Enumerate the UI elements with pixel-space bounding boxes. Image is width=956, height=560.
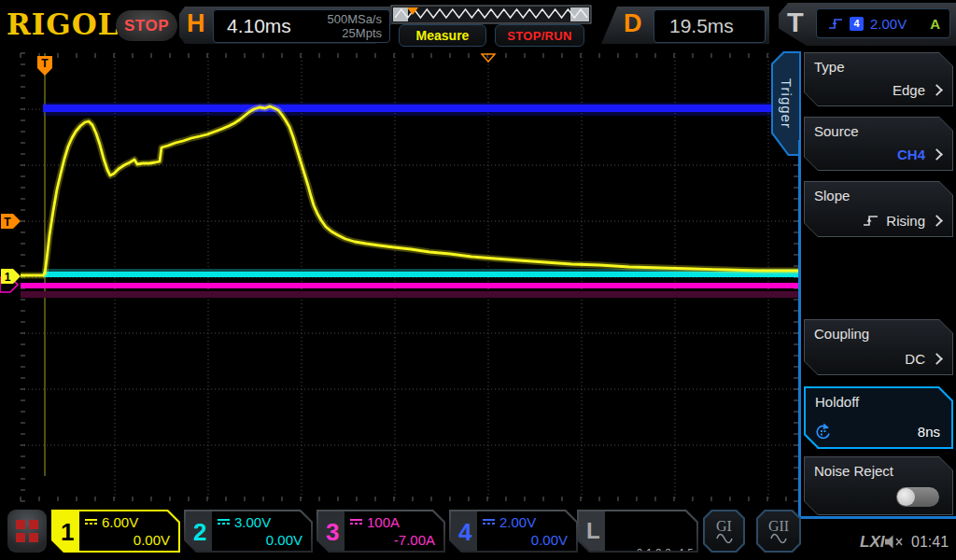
channel2-values: 3.00V 0.00V bbox=[212, 511, 311, 551]
delay-box[interactable]: 19.5ms bbox=[654, 9, 766, 43]
acquisition-info: 500MSa/s 25Mpts bbox=[327, 12, 382, 40]
digital-channels-box[interactable]: L 0 1 2 3 4 5 6 7 8 9 1011 12131415 bbox=[577, 510, 698, 553]
menu-item-coupling-inner: Coupling DC bbox=[805, 320, 952, 374]
dc-coupling-icon bbox=[350, 519, 362, 525]
trace-markers[interactable]: TT1 bbox=[0, 54, 495, 292]
chevron-right-icon bbox=[931, 353, 943, 365]
holdoff-label: Holdoff bbox=[815, 394, 859, 410]
stop-run-button[interactable]: STOP/RUN bbox=[495, 24, 584, 47]
system-clock: 01:41 bbox=[911, 534, 949, 551]
channel1-offset: 0.00V bbox=[134, 532, 170, 548]
generator1-inner: GI bbox=[705, 511, 743, 551]
trigger-level-value: 2.00V bbox=[870, 16, 907, 32]
trigger-mode: A bbox=[930, 16, 940, 32]
lxi-logo: LXI bbox=[860, 533, 884, 552]
generator2-inner: GII bbox=[758, 511, 799, 551]
holdoff-value: 8ns bbox=[918, 424, 940, 440]
trigger-menu-tab-inner: Trigger bbox=[773, 53, 799, 154]
channel3-scale: 100A bbox=[367, 514, 400, 530]
digital-label: L bbox=[586, 518, 600, 544]
source-value: CH4 bbox=[897, 147, 925, 162]
brand-logo: RIGOL bbox=[7, 7, 120, 41]
menu-item-noise-reject[interactable]: Noise Reject bbox=[804, 456, 953, 515]
menu-item-source[interactable]: Source CH4 bbox=[804, 117, 953, 171]
toggle-knob bbox=[897, 488, 915, 506]
timebase-value: 4.10ms bbox=[227, 15, 291, 37]
sidebar-border-horizontal bbox=[798, 516, 956, 519]
dc-coupling-icon bbox=[483, 519, 495, 525]
trace-ch4 bbox=[43, 105, 798, 112]
svg-text:T: T bbox=[4, 216, 11, 229]
digital-values: 0 1 2 3 4 5 6 7 8 9 1011 12131415 bbox=[605, 511, 696, 551]
chevron-right-icon bbox=[931, 84, 943, 96]
menu-item-slope[interactable]: Slope Rising bbox=[804, 181, 953, 237]
knob-cycle-icon bbox=[813, 423, 832, 441]
channel2-box[interactable]: 2 3.00V 0.00V bbox=[184, 510, 313, 553]
channel2-number: 2 bbox=[193, 518, 206, 547]
svg-text:T: T bbox=[41, 57, 49, 70]
channel3-number: 3 bbox=[326, 518, 339, 547]
channel4-scale: 2.00V bbox=[499, 514, 536, 530]
source-label: Source bbox=[814, 123, 859, 139]
trigger-status-box[interactable]: 4 2.00V A bbox=[816, 8, 950, 38]
menu-item-noise-reject-inner: Noise Reject bbox=[805, 457, 952, 514]
trigger-status-label: T bbox=[787, 7, 804, 38]
chevron-right-icon bbox=[931, 148, 943, 161]
coupling-label: Coupling bbox=[814, 326, 869, 342]
channel2-scale: 3.00V bbox=[234, 514, 271, 530]
sample-rate: 500MSa/s bbox=[327, 12, 382, 26]
slope-value: Rising bbox=[886, 213, 925, 229]
horizontal-position-bar[interactable] bbox=[391, 6, 591, 23]
traces bbox=[21, 103, 798, 298]
speaker-muted-icon bbox=[885, 535, 906, 549]
trace-ch3 bbox=[21, 283, 798, 288]
slope-label: Slope bbox=[814, 188, 850, 203]
ch3-noise bbox=[21, 291, 798, 298]
noise-reject-toggle[interactable] bbox=[896, 487, 939, 507]
menu-item-holdoff[interactable]: Holdoff 8ns bbox=[804, 386, 953, 449]
trace-ch1 bbox=[21, 106, 798, 275]
svg-text:1: 1 bbox=[5, 271, 11, 284]
generator2-button[interactable]: GII bbox=[756, 510, 801, 553]
channel3-values: 100A -7.00A bbox=[344, 511, 443, 551]
type-value: Edge bbox=[893, 82, 925, 98]
sine-wave-icon bbox=[770, 533, 787, 543]
sidebar-border-vertical bbox=[798, 140, 801, 519]
menu-item-holdoff-inner: Holdoff 8ns bbox=[806, 388, 951, 447]
channel1-values: 6.00V 0.00V bbox=[79, 511, 178, 551]
main-menu-button[interactable] bbox=[7, 510, 47, 553]
channel1-box[interactable]: 1 6.00V 0.00V bbox=[51, 510, 180, 553]
trigger-source-badge: 4 bbox=[850, 17, 864, 31]
generator1-button[interactable]: GI bbox=[703, 510, 745, 553]
channel4-offset: 0.00V bbox=[531, 532, 568, 548]
chevron-right-icon bbox=[931, 215, 943, 227]
horizontal-label: H bbox=[187, 9, 205, 38]
menu-grid-icon bbox=[16, 520, 38, 542]
menu-item-type[interactable]: Type Edge bbox=[804, 52, 953, 106]
type-label: Type bbox=[814, 59, 845, 75]
noise-reject-label: Noise Reject bbox=[814, 463, 893, 479]
channel3-box[interactable]: 3 100A -7.00A bbox=[316, 510, 445, 553]
rising-edge-icon bbox=[828, 18, 843, 30]
sine-wave-icon bbox=[716, 533, 733, 543]
channel4-values: 2.00V 0.00V bbox=[477, 511, 576, 551]
channel4-number: 4 bbox=[458, 518, 471, 547]
timebase-box[interactable]: 4.10ms 500MSa/s 25Mpts bbox=[213, 9, 390, 43]
delay-label: D bbox=[624, 9, 642, 38]
run-status-badge: STOP bbox=[116, 10, 177, 41]
generator1-label: GI bbox=[716, 519, 732, 533]
oscilloscope-screen: { "header": { "brand": "RIGOL", "run_sta… bbox=[0, 0, 956, 560]
channel1-scale: 6.00V bbox=[102, 514, 138, 530]
channel4-box[interactable]: 4 2.00V 0.00V bbox=[449, 510, 578, 553]
menu-item-source-inner: Source CH4 bbox=[805, 118, 952, 170]
measure-button[interactable]: Measure bbox=[399, 24, 486, 47]
menu-item-coupling[interactable]: Coupling DC bbox=[804, 319, 953, 375]
trigger-menu-tab-label: Trigger bbox=[779, 78, 794, 129]
memory-depth: 25Mpts bbox=[327, 26, 382, 40]
dc-coupling-icon bbox=[218, 519, 230, 525]
menu-item-type-inner: Type Edge bbox=[805, 53, 952, 105]
rising-edge-icon bbox=[863, 215, 879, 227]
delay-value: 19.5ms bbox=[669, 15, 734, 37]
dc-coupling-icon bbox=[85, 519, 97, 525]
coupling-value: DC bbox=[905, 351, 925, 367]
